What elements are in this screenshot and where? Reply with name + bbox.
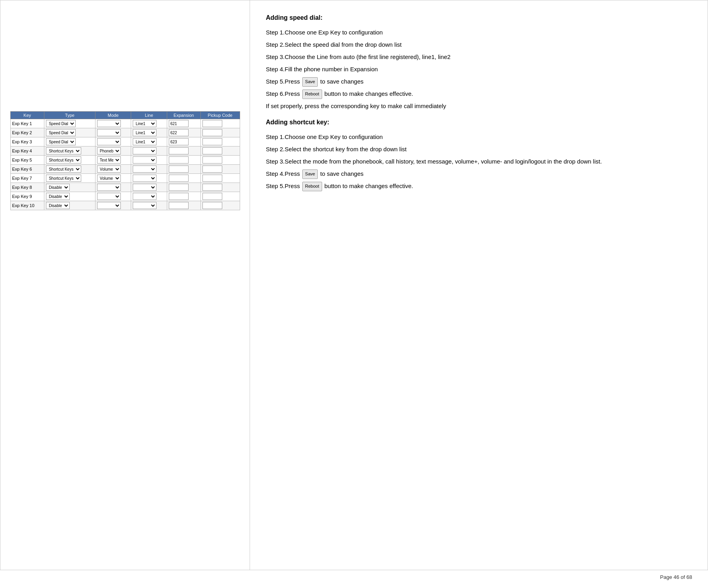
exp-keys-table: Key Type Mode Line Expansion Pickup Code… [10,111,240,210]
type-select[interactable]: Speed Dial [46,120,76,127]
line-select[interactable] [133,147,156,154]
key-label: Exp Key 4 [12,148,32,153]
key-label: Exp Key 1 [12,121,32,126]
step4-speed: Step 4.Fill the phone number in Expansio… [266,64,692,74]
type-select[interactable]: Shortcut Keys [46,166,81,173]
step4-prefix: Step 4.Press [266,170,302,177]
line-select[interactable]: Line1 [133,138,156,145]
step3-shortcut: Step 3.Select the mode from the phoneboo… [266,156,692,167]
speed-dial-title: Adding speed dial: [266,12,692,24]
expansion-input[interactable] [169,129,189,136]
key-label: Exp Key 7 [12,176,32,181]
mode-select[interactable] [97,193,121,200]
line-select[interactable] [133,166,156,173]
page-number: Page 46 of 68 [660,574,692,580]
type-select[interactable]: Speed Dial [46,129,76,136]
mode-select[interactable] [97,138,121,145]
type-select[interactable]: Shortcut Keys [46,175,81,182]
expansion-input[interactable] [169,120,189,127]
line-select[interactable]: Line1 [133,120,156,127]
pickup-input[interactable] [202,166,222,173]
step5-speed: Step 5.Press Save to save changes [266,76,692,87]
pickup-input[interactable] [202,193,222,200]
pickup-input[interactable] [202,184,222,191]
step6-prefix: Step 6.Press [266,90,302,97]
mode-select[interactable]: Text Message [97,156,121,164]
reboot-button-inline: Reboot [302,89,322,99]
col-header-pickup: Pickup Code [200,112,240,119]
step2-speed: Step 2.Select the speed dial from the dr… [266,39,692,50]
type-select[interactable]: Speed Dial [46,138,76,145]
mode-select[interactable] [97,120,121,127]
type-select[interactable]: Shortcut Keys [46,156,81,164]
table-row: Exp Key 3 Speed Dial Line1 [10,137,240,147]
mode-select[interactable] [97,202,121,209]
pickup-input[interactable] [202,138,222,145]
step5-prefix: Step 5.Press [266,78,302,85]
pickup-input[interactable] [202,129,222,136]
step4-suffix: to save changes [320,170,363,177]
step1-speed: Step 1.Choose one Exp Key to configurati… [266,27,692,38]
step1-shortcut: Step 1.Choose one Exp Key to configurati… [266,131,692,142]
pickup-input[interactable] [202,120,222,127]
key-label: Exp Key 6 [12,167,32,171]
pickup-input[interactable] [202,147,222,154]
type-select[interactable]: Shortcut Keys [46,147,81,154]
step3-speed: Step 3.Choose the Line from auto (the fi… [266,51,692,62]
key-label: Exp Key 2 [12,130,32,135]
type-select[interactable]: Disable [46,184,70,191]
mode-select[interactable]: Phonebook [97,147,121,154]
table-row: Exp Key 10 Disable [10,201,240,210]
step6-suffix: button to make changes effective. [324,90,413,97]
step5s-suffix: button to make changes effective. [324,183,413,189]
line-select[interactable] [133,193,156,200]
save-button-inline2: Save [302,169,318,179]
line-select[interactable] [133,156,156,164]
expansion-input[interactable] [169,202,189,209]
page-footer: Page 46 of 68 [0,570,708,584]
expansion-input[interactable] [169,184,189,191]
mode-select[interactable] [97,129,121,136]
mode-select[interactable]: Volume- [97,175,121,182]
key-label: Exp Key 8 [12,185,32,190]
table-row: Exp Key 6 Shortcut Keys Volume+ [10,165,240,174]
col-header-line: Line [131,112,167,119]
table-row: Exp Key 5 Shortcut Keys Text Message [10,156,240,165]
pickup-input[interactable] [202,156,222,164]
col-header-key: Key [10,112,44,119]
col-header-expansion: Expansion [167,112,200,119]
expansion-input[interactable] [169,166,189,173]
step5-suffix: to save changes [320,78,363,85]
expansion-input[interactable] [169,138,189,145]
save-button-inline: Save [302,77,318,87]
step-note-speed: If set properly, press the corresponding… [266,101,692,111]
line-select[interactable] [133,202,156,209]
left-panel: Key Type Mode Line Expansion Pickup Code… [0,0,250,570]
step4-shortcut: Step 4.Press Save to save changes [266,168,692,179]
line-select[interactable] [133,184,156,191]
key-label: Exp Key 5 [12,158,32,162]
pickup-input[interactable] [202,202,222,209]
table-row: Exp Key 4 Shortcut Keys Phonebook [10,147,240,156]
table-row: Exp Key 7 Shortcut Keys Volume- [10,174,240,183]
right-panel: Adding speed dial: Step 1.Choose one Exp… [250,0,708,570]
shortcut-title: Adding shortcut key: [266,117,692,128]
line-select[interactable] [133,175,156,182]
pickup-input[interactable] [202,175,222,182]
expansion-input[interactable] [169,147,189,154]
expansion-input[interactable] [169,156,189,164]
mode-select[interactable] [97,184,121,191]
expansion-input[interactable] [169,175,189,182]
key-label: Exp Key 3 [12,139,32,144]
table-row: Exp Key 8 Disable [10,183,240,192]
step5s-prefix: Step 5.Press [266,183,302,189]
type-select[interactable]: Disable [46,202,70,209]
key-label: Exp Key 10 [12,203,34,208]
expansion-input[interactable] [169,193,189,200]
line-select[interactable]: Line1 [133,129,156,136]
mode-select[interactable]: Volume+ [97,166,121,173]
table-row: Exp Key 2 Speed Dial Line1 [10,128,240,137]
type-select[interactable]: Disable [46,193,70,200]
step5-shortcut: Step 5.Press Reboot button to make chang… [266,181,692,191]
col-header-type: Type [44,112,95,119]
